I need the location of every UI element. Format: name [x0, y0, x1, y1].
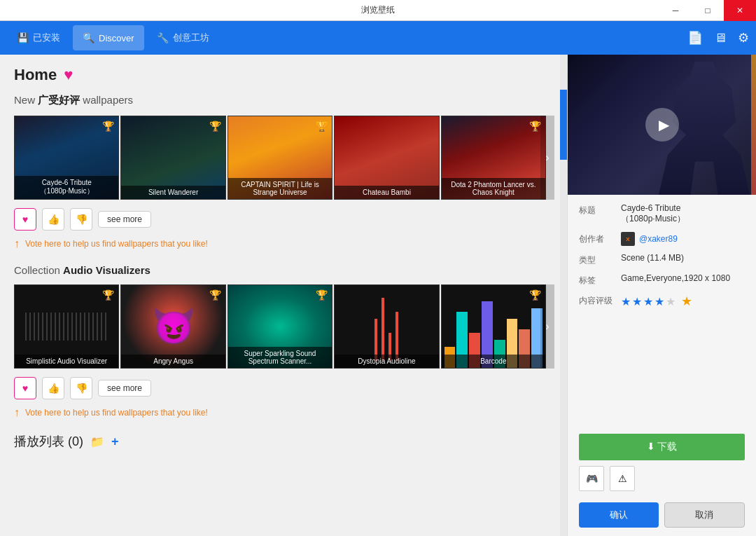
vote-arrow-icon-2: ↑: [14, 406, 20, 419]
heart-icon: ♥: [64, 66, 73, 84]
content-scroll-wrap: Home ♥ New 广受好评 wallpapers 🏆 Cayde-6 Tri…: [0, 55, 567, 536]
playlist-title: 播放列表 (0): [14, 433, 83, 450]
visualizer-item-2[interactable]: 😈 🏆 Angry Angus: [120, 284, 225, 369]
workshop-icon: 🔧: [157, 32, 169, 43]
playlist-folder-icon[interactable]: 📁: [90, 435, 104, 448]
download-actions: 🎮 ⚠: [579, 466, 745, 491]
rating-value: ★ ★ ★ ★ ★ ★: [621, 294, 745, 309]
tabs-left: 💾 已安装 🔍 Discover 🔧 创意工坊: [7, 25, 219, 50]
tags-label: 标签: [579, 273, 621, 287]
like-btn-2[interactable]: ♥: [14, 377, 36, 399]
titlebar: 浏览壁纸 ─ □ ✕: [0, 0, 756, 21]
visualizer-label-1: Simplistic Audio Visualizer: [15, 355, 118, 368]
play-button[interactable]: [645, 108, 679, 142]
visualizer-label-2: Angry Angus: [121, 355, 225, 368]
main-layout: Home ♥ New 广受好评 wallpapers 🏆 Cayde-6 Tri…: [0, 55, 756, 536]
visualizer-label-5: Barcode: [442, 355, 545, 368]
monitor-icon-btn[interactable]: 🖥: [714, 31, 727, 46]
like-btn-1[interactable]: ♥: [14, 208, 36, 231]
tabbar: 💾 已安装 🔍 Discover 🔧 创意工坊 📄 🖥 ⚙: [0, 21, 756, 55]
visualizer-item-4[interactable]: Dystopia Audioline: [334, 284, 439, 369]
wallpaper-label-2: Silent Wanderer: [121, 186, 225, 199]
trophy-icon-av3: 🏆: [316, 289, 328, 301]
visualizer-item-1[interactable]: 🏆 Simplistic Audio Visualizer: [14, 284, 119, 369]
info-row-rating: 内容评级 ★ ★ ★ ★ ★ ★: [579, 294, 745, 309]
panel-info: 标题 Cayde-6 Tribute（1080p·Music） 创作者 X @x…: [568, 195, 756, 434]
action-row-2: ♥ 👍 👎 see more: [14, 377, 546, 399]
playlist-add-icon[interactable]: +: [111, 434, 119, 449]
maximize-button[interactable]: □: [692, 0, 724, 21]
wallpaper-item-5[interactable]: 🏆 Dota 2 Phantom Lancer vs. Chaos Knight: [441, 116, 546, 200]
gear-icon-btn[interactable]: ⚙: [738, 30, 749, 46]
info-row-tags: 标签 Game,Everyone,1920 x 1080: [579, 273, 745, 287]
cancel-button[interactable]: 取消: [664, 502, 746, 528]
wallpaper-label-5: Dota 2 Phantom Lancer vs. Chaos Knight: [442, 178, 545, 199]
wallpaper-label-3: CAPTAIN SPIRIT | Life is Strange Univers…: [228, 178, 332, 199]
close-button[interactable]: ✕: [724, 0, 756, 21]
visualizer-item-3[interactable]: 🏆 Super Sparkling Sound Spectrum Scanner…: [227, 284, 332, 369]
tags-value: Game,Everyone,1920 x 1080: [621, 273, 745, 283]
scrollbar-thumb[interactable]: [560, 90, 567, 160]
creator-link[interactable]: @xaker89: [639, 234, 678, 244]
download-section: ⬇ 下载 🎮 ⚠: [568, 434, 756, 497]
tab-workshop[interactable]: 🔧 创意工坊: [147, 25, 219, 50]
visualizer-label-3: Super Sparkling Sound Spectrum Scanner..…: [228, 347, 332, 368]
rating-label: 内容评级: [579, 294, 621, 307]
home-title: Home: [14, 66, 57, 84]
thumbsdown-btn-1[interactable]: 👎: [70, 208, 92, 231]
wallpaper-item-2[interactable]: 🏆 Silent Wanderer: [120, 116, 225, 200]
star-5: ★: [666, 295, 676, 308]
thumbsdown-btn-2[interactable]: 👎: [70, 377, 92, 399]
file-icon-btn[interactable]: 📄: [687, 30, 703, 46]
trophy-icon-av1: 🏆: [102, 289, 114, 301]
scrollbar[interactable]: [560, 55, 567, 536]
trophy-icon-5: 🏆: [529, 121, 541, 132]
thumbsup-btn-1[interactable]: 👍: [42, 208, 64, 231]
tab-discover[interactable]: 🔍 Discover: [73, 25, 144, 50]
see-more-btn-1[interactable]: see more: [98, 211, 151, 228]
minimize-button[interactable]: ─: [659, 0, 692, 21]
wallpaper-label-1: Cayde-6 Tribute（1080p·Music）: [15, 176, 118, 199]
visualizer-item-5[interactable]: 🏆 Barcode: [441, 284, 546, 369]
favorite-star[interactable]: ★: [681, 294, 692, 309]
info-row-type: 类型 Scene (11.4 MB): [579, 253, 745, 266]
thumbsup-btn-2[interactable]: 👍: [42, 377, 64, 399]
trophy-icon-2: 🏆: [209, 121, 221, 132]
star-2: ★: [632, 295, 642, 308]
wallpaper-item-3[interactable]: 🏆 CAPTAIN SPIRIT | Life is Strange Unive…: [227, 116, 332, 200]
next-arrow-1[interactable]: ›: [540, 116, 554, 200]
wallpaper-item-4[interactable]: Chateau Bambi: [334, 116, 439, 200]
title-label: 标题: [579, 203, 621, 217]
installed-icon: 💾: [17, 32, 29, 43]
steam-action-btn[interactable]: 🎮: [579, 466, 604, 491]
next-arrow-2[interactable]: ›: [540, 284, 554, 369]
home-header: Home ♥: [14, 66, 546, 84]
vote-hint-1: ↑ Vote here to help us find wallpapers t…: [14, 238, 546, 250]
section2-title: Collection Audio Visualizers: [14, 264, 546, 276]
preview-image[interactable]: [568, 55, 756, 195]
warning-action-btn[interactable]: ⚠: [610, 466, 635, 491]
visualizer-row: 🏆 Simplistic Audio Visualizer 😈 🏆 Angry …: [14, 284, 546, 369]
confirm-button[interactable]: 确认: [579, 502, 659, 528]
see-more-btn-2[interactable]: see more: [98, 380, 151, 397]
creator-label: 创作者: [579, 232, 621, 245]
panel-bottom-buttons: 确认 取消: [568, 497, 756, 536]
app-title: 浏览壁纸: [361, 4, 395, 16]
vote-arrow-icon-1: ↑: [14, 238, 20, 250]
info-row-title: 标题 Cayde-6 Tribute（1080p·Music）: [579, 203, 745, 225]
trophy-icon-av5: 🏆: [529, 289, 541, 301]
info-row-creator: 创作者 X @xaker89: [579, 232, 745, 246]
creator-value: X @xaker89: [621, 232, 745, 246]
download-button[interactable]: ⬇ 下载: [579, 434, 745, 460]
trophy-icon-av2: 🏆: [209, 289, 221, 301]
section1-title: New 广受好评 wallpapers: [14, 94, 546, 107]
wallpaper-item-1[interactable]: 🏆 Cayde-6 Tribute（1080p·Music）: [14, 116, 119, 200]
tab-installed[interactable]: 💾 已安装: [7, 25, 70, 50]
right-panel: 标题 Cayde-6 Tribute（1080p·Music） 创作者 X @x…: [567, 55, 756, 536]
playlist-section: 播放列表 (0) 📁 +: [14, 433, 546, 450]
wallpaper-row-1: 🏆 Cayde-6 Tribute（1080p·Music） 🏆 Silent …: [14, 116, 546, 200]
title-value: Cayde-6 Tribute（1080p·Music）: [621, 203, 745, 225]
trophy-icon-1: 🏆: [102, 121, 114, 132]
star-4: ★: [654, 295, 664, 308]
discover-icon: 🔍: [83, 32, 94, 43]
